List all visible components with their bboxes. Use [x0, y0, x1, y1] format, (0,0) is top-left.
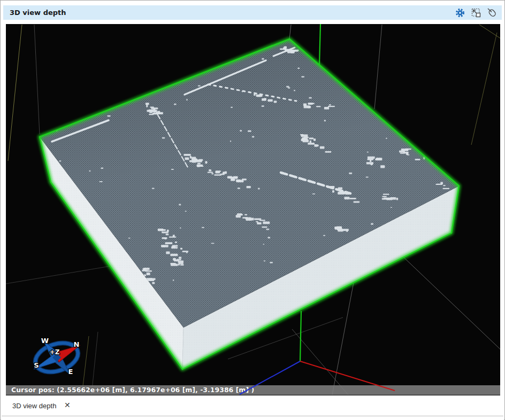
panel-title: 3D view depth — [10, 9, 66, 17]
compass-label-z: +Z — [50, 348, 60, 356]
tab-close-icon[interactable]: ✕ — [64, 401, 71, 409]
tab-label: 3D view depth — [12, 402, 56, 410]
tab-3d-view-depth[interactable]: 3D view depth — [12, 402, 56, 410]
dock-restore-icon[interactable] — [471, 7, 481, 18]
panel-titlebar[interactable]: 3D view depth — [3, 5, 502, 20]
mouse-mode-icon[interactable] — [487, 7, 498, 18]
panel-window: 3D view depth — [0, 0, 505, 420]
compass-label-east: E — [68, 368, 73, 376]
3d-viewport[interactable]: Cursor pos: (2.55662e+06 [m], 6.17967e+0… — [6, 24, 500, 395]
titlebar-toolbar — [455, 7, 498, 18]
compass-label-west: W — [41, 337, 49, 345]
compass-label-north: N — [74, 340, 80, 348]
bottom-tab-bar: 3D view depth ✕ — [1, 395, 504, 420]
settings-gear-icon[interactable] — [455, 7, 465, 18]
cursor-position-text: Cursor pos: (2.55662e+06 [m], 6.17967e+0… — [11, 386, 254, 394]
compass-label-south: S — [34, 361, 39, 369]
tabbar-separator — [2, 416, 503, 416]
